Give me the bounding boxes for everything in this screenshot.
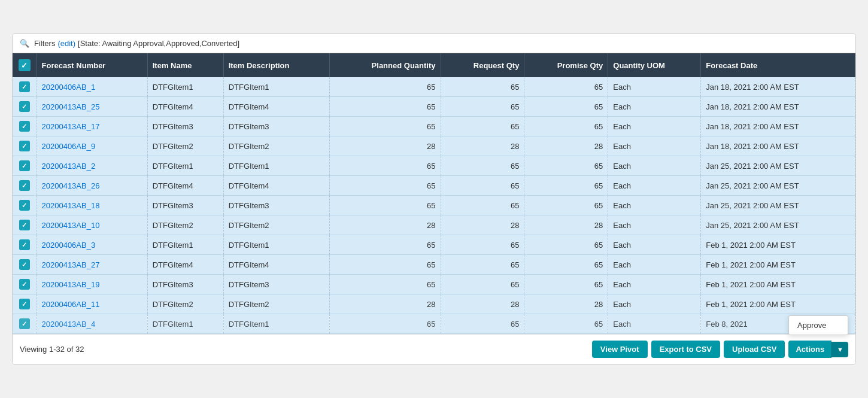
item-description-cell: DTFGItem4: [223, 255, 330, 275]
row-checkbox[interactable]: [19, 81, 30, 92]
row-checkbox[interactable]: [19, 259, 30, 270]
col-header-item-name: Item Name: [147, 53, 223, 77]
quantity-uom-cell: Each: [608, 314, 701, 334]
row-checkbox-cell[interactable]: [13, 196, 37, 215]
forecast-number-cell: 20200413AB_25: [37, 97, 147, 117]
forecast-number-link[interactable]: 20200413AB_18: [42, 201, 100, 210]
upload-csv-button[interactable]: Upload CSV: [724, 341, 785, 358]
forecast-number-link[interactable]: 20200413AB_19: [42, 280, 100, 289]
row-checkbox[interactable]: [19, 121, 30, 132]
forecast-number-link[interactable]: 20200406AB_1: [42, 83, 96, 92]
item-description-cell: DTFGItem3: [223, 275, 330, 294]
table-row: 20200413AB_2DTFGItem1DTFGItem1656565Each…: [13, 156, 855, 176]
row-checkbox[interactable]: [19, 180, 30, 191]
forecast-number-cell: 20200406AB_1: [37, 77, 147, 97]
forecast-number-cell: 20200413AB_18: [37, 196, 147, 215]
row-checkbox-cell[interactable]: [13, 176, 37, 196]
forecast-number-link[interactable]: 20200413AB_10: [42, 221, 100, 230]
forecast-number-cell: 20200413AB_10: [37, 215, 147, 235]
forecast-date-cell: Feb 1, 2021 2:00 AM EST: [701, 294, 855, 314]
quantity-uom-cell: Each: [608, 255, 701, 275]
forecast-number-cell: 20200406AB_11: [37, 294, 147, 314]
forecast-date-cell: Feb 1, 2021 2:00 AM EST: [701, 235, 855, 255]
actions-dropdown-menu: Approve: [788, 315, 848, 335]
item-name-cell: DTFGItem4: [147, 97, 223, 117]
actions-main-button[interactable]: Actions: [788, 341, 831, 358]
table-row: 20200413AB_19DTFGItem3DTFGItem3656565Eac…: [13, 275, 855, 294]
item-name-cell: DTFGItem3: [147, 117, 223, 136]
request-qty-cell: 65: [441, 255, 524, 275]
row-checkbox-cell[interactable]: [13, 255, 37, 275]
row-checkbox-cell[interactable]: [13, 215, 37, 235]
actions-caret-button[interactable]: ▼: [831, 342, 848, 357]
forecast-number-link[interactable]: 20200413AB_25: [42, 102, 100, 111]
row-checkbox[interactable]: [19, 101, 30, 112]
forecast-date-cell: Jan 18, 2021 2:00 AM EST: [701, 136, 855, 156]
item-name-cell: DTFGItem1: [147, 314, 223, 334]
planned-qty-cell: 65: [330, 97, 441, 117]
request-qty-cell: 65: [441, 314, 524, 334]
checkbox-header-cell[interactable]: [13, 53, 37, 77]
row-checkbox-cell[interactable]: [13, 314, 37, 334]
row-checkbox[interactable]: [19, 160, 30, 171]
item-name-cell: DTFGItem4: [147, 176, 223, 196]
forecast-date-cell: Jan 25, 2021 2:00 AM EST: [701, 196, 855, 215]
forecast-number-link[interactable]: 20200413AB_17: [42, 122, 100, 131]
promise-qty-cell: 65: [524, 314, 608, 334]
forecast-number-link[interactable]: 20200413AB_2: [42, 162, 96, 171]
item-name-cell: DTFGItem4: [147, 255, 223, 275]
row-checkbox[interactable]: [19, 318, 30, 329]
row-checkbox-cell[interactable]: [13, 235, 37, 255]
main-container: 🔍 Filters (edit) [State: Awaiting Approv…: [12, 34, 856, 364]
row-checkbox-cell[interactable]: [13, 156, 37, 176]
row-checkbox[interactable]: [19, 299, 30, 309]
row-checkbox-cell[interactable]: [13, 117, 37, 136]
table-body: 20200406AB_1DTFGItem1DTFGItem1656565Each…: [13, 77, 855, 334]
view-pivot-button[interactable]: View Pivot: [592, 341, 648, 358]
row-checkbox-cell[interactable]: [13, 294, 37, 314]
row-checkbox-cell[interactable]: [13, 97, 37, 117]
item-description-cell: DTFGItem4: [223, 97, 330, 117]
item-description-cell: DTFGItem1: [223, 235, 330, 255]
export-csv-button[interactable]: Export to CSV: [651, 341, 720, 358]
row-checkbox[interactable]: [19, 220, 30, 230]
forecast-date-cell: Jan 25, 2021 2:00 AM EST: [701, 156, 855, 176]
row-checkbox-cell[interactable]: [13, 136, 37, 156]
item-description-cell: DTFGItem4: [223, 176, 330, 196]
forecast-number-link[interactable]: 20200406AB_3: [42, 241, 96, 250]
table-row: 20200413AB_17DTFGItem3DTFGItem3656565Eac…: [13, 117, 855, 136]
row-checkbox[interactable]: [19, 200, 30, 211]
table-row: 20200406AB_3DTFGItem1DTFGItem1656565Each…: [13, 235, 855, 255]
viewing-text: Viewing 1-32 of 32: [20, 345, 84, 354]
promise-qty-cell: 65: [524, 235, 608, 255]
dropdown-item-approve[interactable]: Approve: [789, 316, 848, 335]
promise-qty-cell: 65: [524, 176, 608, 196]
row-checkbox[interactable]: [19, 239, 30, 250]
promise-qty-cell: 65: [524, 97, 608, 117]
forecast-table: Forecast Number Item Name Item Descripti…: [13, 53, 855, 334]
forecast-date-cell: Jan 18, 2021 2:00 AM EST: [701, 77, 855, 97]
forecast-number-link[interactable]: 20200406AB_9: [42, 142, 96, 151]
col-header-quantity-uom: Quantity UOM: [608, 53, 701, 77]
row-checkbox[interactable]: [19, 141, 30, 151]
item-name-cell: DTFGItem3: [147, 196, 223, 215]
item-name-cell: DTFGItem3: [147, 275, 223, 294]
table-row: 20200413AB_25DTFGItem4DTFGItem4656565Eac…: [13, 97, 855, 117]
planned-qty-cell: 65: [330, 176, 441, 196]
row-checkbox-cell[interactable]: [13, 275, 37, 294]
forecast-number-cell: 20200413AB_2: [37, 156, 147, 176]
promise-qty-cell: 65: [524, 77, 608, 97]
row-checkbox-cell[interactable]: [13, 77, 37, 97]
forecast-number-link[interactable]: 20200413AB_27: [42, 260, 100, 269]
planned-qty-cell: 65: [330, 314, 441, 334]
select-all-checkbox[interactable]: [19, 59, 31, 71]
request-qty-cell: 28: [441, 215, 524, 235]
forecast-number-link[interactable]: 20200413AB_26: [42, 181, 100, 190]
forecast-number-link[interactable]: 20200413AB_4: [42, 320, 96, 329]
table-row: 20200406AB_11DTFGItem2DTFGItem2282828Eac…: [13, 294, 855, 314]
row-checkbox[interactable]: [19, 279, 30, 290]
filter-edit-link[interactable]: (edit): [57, 39, 75, 48]
promise-qty-cell: 28: [524, 294, 608, 314]
forecast-number-link[interactable]: 20200406AB_11: [42, 300, 100, 309]
table-row: 20200406AB_1DTFGItem1DTFGItem1656565Each…: [13, 77, 855, 97]
